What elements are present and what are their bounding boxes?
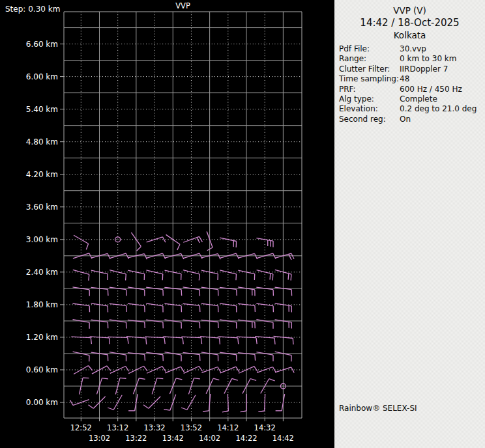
field-row-3: Time sampling:48	[339, 74, 482, 84]
axis-labels: 12:5213:0213:1213:2213:3213:4213:5214:02…	[26, 40, 294, 443]
svg-text:14:32: 14:32	[254, 423, 276, 432]
field-row-6: Elevation:0.2 deg to 21.0 deg	[339, 104, 482, 114]
svg-text:3.00 km: 3.00 km	[26, 235, 58, 244]
field-row-7: Second reg:On	[339, 115, 482, 124]
wind-barbs	[70, 232, 294, 412]
product-datetime: 14:42 / 18-Oct-2025	[334, 16, 485, 29]
field-value: 30.vvp	[400, 44, 482, 54]
site-name: Kolkata	[334, 29, 485, 42]
svg-text:13:52: 13:52	[181, 423, 202, 432]
svg-text:14:42: 14:42	[272, 434, 294, 443]
field-value: 600 Hz / 450 Hz	[400, 85, 482, 94]
field-row-5: Alg type:Complete	[339, 94, 482, 104]
svg-text:1.20 km: 1.20 km	[26, 333, 58, 342]
svg-text:13:02: 13:02	[89, 434, 110, 443]
svg-text:13:22: 13:22	[125, 434, 147, 443]
svg-text:4.80 km: 4.80 km	[26, 137, 58, 147]
field-value: 0 km to 30 km	[400, 54, 482, 64]
svg-text:12:52: 12:52	[70, 423, 92, 432]
svg-text:14:12: 14:12	[217, 423, 239, 432]
product-title: VVP (V)	[334, 5, 485, 16]
svg-text:0.60 km: 0.60 km	[26, 365, 58, 374]
field-value: IIRDoppler 7	[400, 64, 482, 74]
field-row-4: PRF:600 Hz / 450 Hz	[339, 85, 482, 94]
vvp-wind-profile-chart: 12:5213:0213:1213:2213:3213:4213:5214:02…	[0, 0, 334, 448]
field-value: Complete	[400, 94, 482, 104]
svg-text:14:22: 14:22	[235, 434, 257, 443]
svg-text:3.60 km: 3.60 km	[26, 203, 58, 212]
svg-text:13:32: 13:32	[143, 423, 165, 432]
svg-text:5.40 km: 5.40 km	[26, 105, 58, 114]
field-label: Time sampling:	[339, 74, 400, 84]
field-value: 48	[400, 74, 482, 84]
svg-text:2.40 km: 2.40 km	[26, 268, 58, 277]
field-row-1: Range:0 km to 30 km	[339, 54, 482, 64]
field-value: 0.2 deg to 21.0 deg	[400, 104, 482, 114]
field-label: Second reg:	[339, 115, 400, 124]
svg-text:6.60 km: 6.60 km	[26, 40, 58, 49]
field-value: On	[400, 115, 482, 124]
svg-text:13:12: 13:12	[107, 423, 128, 432]
svg-text:0.00 km: 0.00 km	[26, 398, 58, 407]
field-row-0: Pdf File:30.vvp	[339, 44, 482, 54]
svg-text:1.80 km: 1.80 km	[26, 300, 58, 309]
field-label: Elevation:	[339, 104, 400, 114]
info-panel: VVP (V) 14:42 / 18-Oct-2025 Kolkata Pdf …	[334, 0, 485, 448]
field-label: Pdf File:	[339, 44, 400, 54]
field-label: Range:	[339, 54, 400, 64]
field-row-2: Clutter Filter:IIRDoppler 7	[339, 64, 482, 74]
field-label: Clutter Filter:	[339, 64, 400, 74]
brand-footer: Rainbow® SELEX-SI	[339, 404, 417, 413]
info-header: VVP (V) 14:42 / 18-Oct-2025 Kolkata	[334, 5, 485, 42]
svg-text:4.20 km: 4.20 km	[26, 170, 58, 179]
field-label: PRF:	[339, 85, 400, 94]
product-parameters: Pdf File:30.vvpRange:0 km to 30 kmClutte…	[339, 44, 482, 124]
svg-text:14:02: 14:02	[199, 434, 220, 443]
svg-text:13:42: 13:42	[162, 434, 184, 443]
field-label: Alg type:	[339, 94, 400, 104]
svg-text:6.00 km: 6.00 km	[26, 72, 58, 81]
vvp-window: Step: 0.30 km VVP 12:5213:0213:1213:2213…	[0, 0, 485, 448]
